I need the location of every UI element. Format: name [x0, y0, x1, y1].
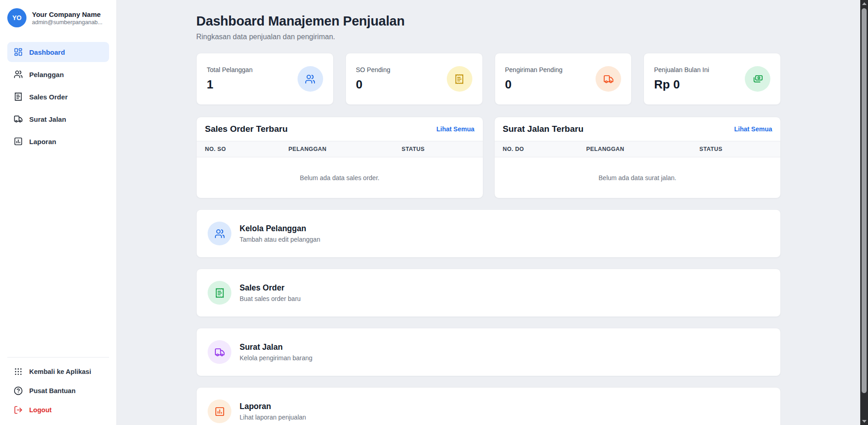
lihat-semua-link[interactable]: Lihat Semua	[734, 125, 772, 133]
recent-panels: Sales Order Terbaru Lihat Semua NO. SO P…	[196, 117, 781, 198]
sidebar-item-label: Surat Jalan	[29, 115, 66, 123]
empty-state: Belum ada data surat jalan.	[495, 157, 781, 198]
column-header: PELANGGAN	[288, 146, 402, 152]
company-email: admin@sumberpanganab...	[32, 19, 102, 26]
receipt-icon	[447, 66, 472, 92]
main-content: Dashboard Manajemen Penjualan Ringkasan …	[117, 0, 860, 425]
action-title: Laporan	[240, 402, 306, 411]
page-subtitle: Ringkasan data penjualan dan pengiriman.	[196, 33, 781, 41]
action-subtitle: Tambah atau edit pelanggan	[240, 236, 320, 243]
back-to-app-label: Kembali ke Aplikasi	[29, 368, 91, 375]
scrollbar-thumb[interactable]	[862, 8, 867, 393]
stat-card-pengiriman-pending: Pengiriman Pending 0	[495, 53, 632, 105]
sidebar-item-label: Pelanggan	[29, 71, 64, 78]
stat-label: Pengiriman Pending	[505, 66, 563, 73]
stat-value: Rp 0	[654, 78, 709, 92]
column-header: NO. SO	[205, 146, 288, 152]
help-center-label: Pusat Bantuan	[29, 387, 76, 394]
logout-item[interactable]: Logout	[7, 400, 109, 420]
stat-label: Penjualan Bulan Ini	[654, 66, 709, 73]
users-icon	[298, 66, 323, 92]
help-circle-icon	[14, 386, 23, 395]
empty-state: Belum ada data sales order.	[197, 157, 483, 198]
column-header: PELANGGAN	[586, 146, 700, 152]
sidebar-item-sales-order[interactable]: Sales Order	[7, 87, 109, 107]
scroll-up-arrow-icon[interactable]	[862, 2, 867, 5]
stat-label: Total Pelanggan	[207, 66, 252, 73]
action-title: Surat Jalan	[240, 342, 313, 352]
sidebar: YO Your Company Name admin@sumberpangana…	[0, 0, 117, 425]
truck-icon	[208, 340, 231, 364]
sidebar-item-dashboard[interactable]: Dashboard	[7, 42, 109, 62]
sidebar-item-surat-jalan[interactable]: Surat Jalan	[7, 109, 109, 129]
action-card-kelola-pelanggan[interactable]: Kelola Pelanggan Tambah atau edit pelang…	[196, 209, 781, 258]
column-header: STATUS	[700, 146, 772, 152]
action-card-surat-jalan[interactable]: Surat Jalan Kelola pengiriman barang	[196, 328, 781, 376]
action-subtitle: Buat sales order baru	[240, 295, 301, 302]
vertical-scrollbar[interactable]	[860, 0, 868, 425]
stat-value: 0	[505, 78, 563, 92]
page-title: Dashboard Manajemen Penjualan	[196, 14, 781, 29]
company-name: Your Company Name	[32, 10, 102, 19]
action-subtitle: Kelola pengiriman barang	[240, 354, 313, 362]
grid-dots-icon	[14, 367, 23, 376]
action-card-laporan[interactable]: Laporan Lihat laporan penjualan	[196, 387, 781, 425]
action-card-sales-order[interactable]: Sales Order Buat sales order baru	[196, 269, 781, 317]
column-header: NO. DO	[503, 146, 586, 152]
banknote-icon	[745, 66, 770, 92]
lihat-semua-link[interactable]: Lihat Semua	[436, 125, 474, 133]
sidebar-footer: Kembali ke Aplikasi Pusat Bantuan Logout	[7, 357, 109, 420]
sidebar-item-label: Sales Order	[29, 93, 68, 101]
panel-title: Sales Order Terbaru	[205, 124, 288, 134]
back-to-app-item[interactable]: Kembali ke Aplikasi	[7, 362, 109, 381]
truck-icon	[596, 66, 621, 92]
surat-jalan-terbaru-panel: Surat Jalan Terbaru Lihat Semua NO. DO P…	[494, 117, 781, 198]
sidebar-item-label: Laporan	[29, 138, 56, 145]
users-icon	[14, 70, 23, 79]
table-header: NO. SO PELANGGAN STATUS	[197, 141, 483, 157]
truck-icon	[14, 114, 23, 124]
sales-order-terbaru-panel: Sales Order Terbaru Lihat Semua NO. SO P…	[196, 117, 483, 198]
action-title: Sales Order	[240, 283, 301, 293]
stat-value: 0	[356, 78, 391, 92]
stat-card-penjualan-bulan-ini: Penjualan Bulan Ini Rp 0	[643, 53, 781, 105]
action-title: Kelola Pelanggan	[240, 224, 320, 233]
logout-label: Logout	[29, 406, 52, 414]
stat-label: SO Pending	[356, 66, 391, 73]
receipt-icon	[14, 92, 23, 101]
sidebar-item-laporan[interactable]: Laporan	[7, 131, 109, 151]
stat-value: 1	[207, 78, 252, 92]
scroll-down-arrow-icon[interactable]	[862, 420, 867, 423]
logout-icon	[14, 405, 23, 415]
layout-dashboard-icon	[14, 47, 23, 57]
users-icon	[208, 222, 231, 245]
column-header: STATUS	[402, 146, 474, 152]
company-header[interactable]: YO Your Company Name admin@sumberpangana…	[0, 0, 116, 34]
bar-chart-icon	[14, 137, 23, 146]
company-avatar: YO	[7, 8, 26, 27]
sidebar-item-pelanggan[interactable]: Pelanggan	[7, 64, 109, 84]
stat-card-total-pelanggan: Total Pelanggan 1	[196, 53, 334, 105]
bar-chart-icon	[208, 399, 231, 423]
table-header: NO. DO PELANGGAN STATUS	[495, 141, 781, 157]
help-center-item[interactable]: Pusat Bantuan	[7, 381, 109, 400]
stat-cards: Total Pelanggan 1 SO Pending 0 Pengirima…	[196, 53, 781, 105]
panel-title: Surat Jalan Terbaru	[503, 124, 584, 134]
receipt-icon	[208, 281, 231, 305]
sidebar-item-label: Dashboard	[29, 48, 65, 56]
sidebar-nav: Dashboard Pelanggan Sales Order Surat Ja…	[0, 42, 116, 154]
action-subtitle: Lihat laporan penjualan	[240, 414, 306, 421]
stat-card-so-pending: SO Pending 0	[345, 53, 483, 105]
